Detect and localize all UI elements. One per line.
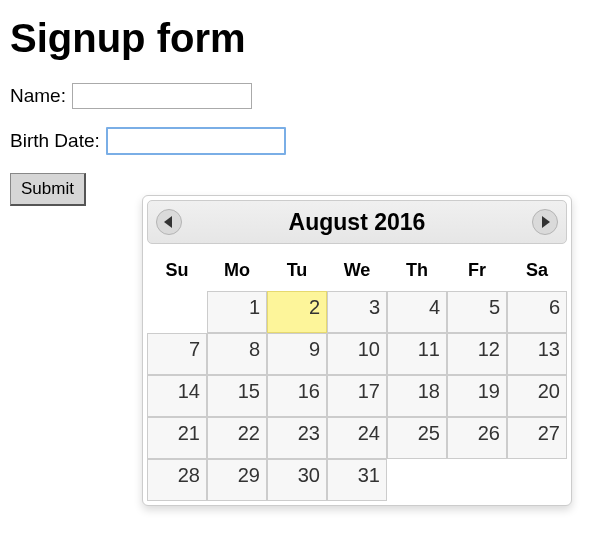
prev-month-button[interactable]: [156, 209, 182, 216]
name-input[interactable]: [72, 83, 252, 109]
next-month-button[interactable]: [532, 209, 558, 216]
datepicker-month-year: August 2016: [182, 209, 532, 217]
birthdate-input[interactable]: [106, 127, 286, 155]
name-label: Name:: [10, 85, 66, 107]
page-title: Signup form: [10, 16, 590, 61]
datepicker-header: August 2016: [147, 200, 567, 216]
datepicker-popup: August 2016 SuMoTuWeThFrSa12345678910111…: [142, 195, 572, 216]
birthdate-label: Birth Date:: [10, 130, 100, 152]
submit-button[interactable]: Submit: [10, 173, 86, 206]
